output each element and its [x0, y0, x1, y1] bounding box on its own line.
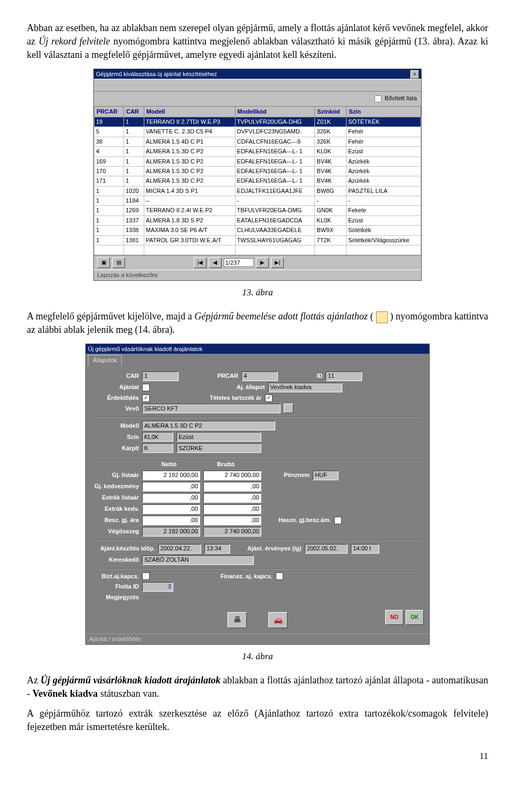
last-page-icon[interactable]: ▶|: [271, 257, 284, 268]
th-szinkod[interactable]: Színkód: [315, 106, 347, 117]
label-veg: Végösszeg: [93, 527, 139, 535]
netto-gjkedv[interactable]: ,00: [142, 482, 200, 491]
brutto-extlist[interactable]: ,00: [203, 493, 261, 503]
field-vevo[interactable]: SERCO KFT: [142, 404, 281, 413]
print-icon[interactable]: 🖶: [227, 612, 247, 628]
th-prcar[interactable]: PRCAR: [94, 106, 124, 117]
ajanlat-checkbox[interactable]: [142, 384, 150, 391]
table-row[interactable]: 11381PATROL GR 3.0TDI W.E.A/TTWSSLHAY61U…: [94, 235, 421, 245]
bizt-checkbox[interactable]: [142, 572, 150, 580]
label-allapot: Aj. állapot: [237, 383, 265, 391]
label-karpit: Kárpit: [93, 444, 139, 452]
paragraph-1: Abban az esetben, ha az ablakban nem sze…: [27, 21, 488, 62]
field-ervenyes-time[interactable]: 14:00 t: [351, 544, 379, 554]
paragraph-3: Az Új gépjármű vásárlóknak kiadott árajá…: [27, 674, 488, 701]
table-row[interactable]: [94, 245, 421, 255]
separator: [93, 456, 422, 457]
field-szinnev[interactable]: Ezüst: [176, 432, 261, 442]
finansz-checkbox[interactable]: [276, 572, 283, 580]
figure-14-window: Új gépjármű vásárlóknak kiadott árajánla…: [85, 344, 430, 645]
bovitett-label: Bővített lista: [385, 95, 417, 101]
field-flotta[interactable]: 3: [142, 582, 173, 592]
label-gjlist: Gj. listaár: [93, 471, 139, 479]
label-ajanlat: Ajánlat: [93, 383, 139, 391]
brutto-gjlist[interactable]: 2 740 000,00: [203, 471, 261, 480]
netto-besz[interactable]: ,00: [142, 516, 200, 525]
teteles-checkbox[interactable]: [265, 394, 273, 402]
table-header-row: PRCAR CAR Modell Modellkód Színkód Szín: [94, 106, 421, 117]
fig13-title: Gépjármű kiválasztása új ajánlat készíté…: [96, 69, 217, 79]
label-megjegyzes: Megjegyzés: [93, 593, 139, 601]
tab-allapotok[interactable]: Állapotok: [88, 355, 122, 366]
figure-13-window: Gépjármű kiválasztása új ajánlat készíté…: [93, 69, 422, 281]
no-button[interactable]: NO: [385, 610, 403, 625]
toolbar-icon[interactable]: ▣: [97, 257, 110, 268]
table-row[interactable]: 41ALMERA 1.5 3D C P2EDFALEFN16EGA---L- 1…: [94, 147, 421, 157]
th-modellkod[interactable]: Modellkód: [235, 106, 315, 117]
field-karpitkod[interactable]: K: [142, 443, 173, 453]
table-row[interactable]: 11184-----: [94, 196, 421, 206]
netto-extkedv[interactable]: ,00: [142, 504, 200, 514]
lookup-button[interactable]: [284, 404, 293, 413]
field-prcar[interactable]: 4: [241, 371, 278, 381]
toolbar-icon[interactable]: ▤: [112, 257, 125, 268]
p2-italic: Gépjármű beemelése adott flottás ajánlat…: [194, 311, 367, 322]
th-car[interactable]: CAR: [124, 106, 144, 117]
fig13-toolbar: [94, 79, 421, 92]
erdeklodes-checkbox[interactable]: [142, 394, 150, 402]
field-keszites-time[interactable]: 13:34: [204, 544, 230, 554]
netto-extlist[interactable]: ,00: [142, 493, 200, 503]
th-szin[interactable]: Szín: [347, 106, 421, 117]
close-icon[interactable]: ×: [410, 70, 419, 79]
label-penznem: Pénznem: [284, 471, 310, 479]
caption-14: 14. ábra: [27, 650, 488, 663]
bottom-icon-bar: 🖶 🚗 NO OK: [86, 607, 429, 634]
field-penznem[interactable]: HUF: [313, 471, 339, 480]
label-bizt: Bizt.aj.kapcs.: [93, 572, 139, 580]
page-indicator[interactable]: 1/237: [224, 258, 254, 267]
table-row[interactable]: 11269TERRANO II 2.4I W.E.P2TBFULVFR20EGA…: [94, 206, 421, 215]
field-kereskedo[interactable]: SZABÓ ZOLTÁN: [142, 555, 254, 565]
field-id[interactable]: 11: [326, 371, 362, 381]
p2-text-a: A megfelelő gépjárművet kijelölve, majd …: [27, 311, 194, 322]
label-keszites: Ajánl.készítés időp.: [93, 545, 155, 553]
bovitett-checkbox[interactable]: [374, 95, 381, 102]
page-number: 11: [27, 750, 488, 763]
ok-button[interactable]: OK: [406, 610, 424, 625]
label-finansz: Finansz. aj. kapcs.: [220, 572, 273, 580]
label-erdeklodes: Érdeklődés: [93, 394, 139, 402]
col-netto: Nettó: [142, 460, 196, 468]
haszn-checkbox[interactable]: [334, 517, 342, 524]
table-row[interactable]: 1691ALMERA 1.5 3D C P2EDFALEFN16EGA---L-…: [94, 157, 421, 166]
field-allapot[interactable]: Vevőnek kiadva: [268, 383, 342, 392]
next-page-icon[interactable]: ▶: [256, 257, 269, 268]
label-extkedv: Extrák kedv.: [93, 505, 139, 513]
field-karpitnev[interactable]: SZÜRKE: [176, 443, 261, 453]
field-ervenyes-date[interactable]: 2002.05.02.: [305, 544, 348, 554]
car-icon[interactable]: 🚗: [268, 612, 288, 628]
separator: [93, 568, 422, 569]
field-keszites-date[interactable]: 2002.04.22.: [158, 544, 201, 554]
th-modell[interactable]: Modell: [144, 106, 235, 117]
table-row[interactable]: 51VANETTE C. 2.3D C5 P4DVFVLDFC23NG5AMD.…: [94, 127, 421, 137]
paragraph-4: A gépjárműhöz tartozó extrák szerkesztés…: [27, 707, 488, 734]
table-row[interactable]: 1711ALMERA 1.5 3D C P2EDFALEFN16EGA---L-…: [94, 176, 421, 186]
table-row[interactable]: 381ALMERA 1.5 4D C P1CDFALCFN16EGAC---93…: [94, 137, 421, 146]
prev-page-icon[interactable]: ◀: [209, 257, 222, 268]
label-gjkedv: Gj. kedvezmény: [93, 482, 139, 490]
field-modell[interactable]: ALMERA 1.5 3D C P2: [142, 421, 275, 430]
p2-text-b: (: [367, 311, 376, 322]
field-car[interactable]: 1: [142, 371, 179, 381]
brutto-extkedv[interactable]: ,00: [203, 504, 261, 514]
netto-gjlist[interactable]: 2 192 000,00: [142, 471, 200, 480]
separator: [93, 416, 422, 418]
table-row[interactable]: 1701ALMERA 1.5 3D C P2EDFALEFN16EGA---L-…: [94, 166, 421, 176]
field-szinkod[interactable]: KL0K: [142, 432, 173, 442]
table-row[interactable]: 11020MICRA 1.4 3D S P1EDJALTFK11EGAA1JFE…: [94, 186, 421, 196]
brutto-gjkedv[interactable]: ,00: [203, 482, 261, 491]
table-row[interactable]: 11338MAXIMA 3.0 SE P6 A/TCLHULVAA33EGADE…: [94, 226, 421, 235]
table-row[interactable]: 191TERRANO II 2.7TDI W.E.P3TVPULVFR20UGA…: [94, 117, 421, 126]
brutto-besz[interactable]: ,00: [203, 516, 261, 525]
first-page-icon[interactable]: |◀: [194, 257, 207, 268]
table-row[interactable]: 11337ALMERA 1.8 3D S P2EATALEFN16EGADCDA…: [94, 215, 421, 225]
